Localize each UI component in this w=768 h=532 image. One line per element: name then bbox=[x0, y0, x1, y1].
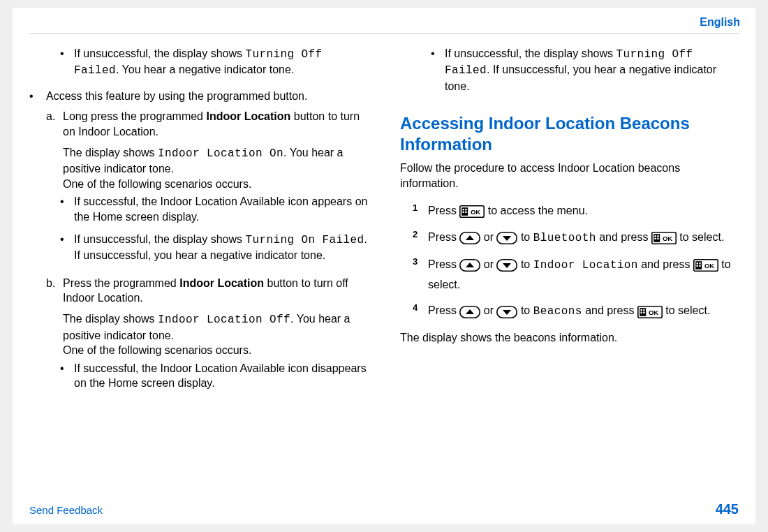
down-button-icon bbox=[496, 228, 517, 247]
down-button-icon bbox=[496, 302, 517, 321]
ok-button-icon bbox=[693, 256, 718, 274]
list-item: • If unsuccessful, the display shows Tur… bbox=[60, 46, 369, 79]
body-text: Access this feature by using the program… bbox=[46, 89, 307, 104]
body-text: Press the programmed Indoor Location but… bbox=[63, 276, 369, 306]
document-page: English • If unsuccessful, the display s… bbox=[13, 8, 755, 524]
page-number: 445 bbox=[716, 500, 739, 519]
code-text: Indoor Location On bbox=[158, 147, 283, 160]
list-item: • If unsuccessful, the display shows Tur… bbox=[431, 46, 740, 94]
ok-button-icon bbox=[651, 228, 677, 247]
bold-text: Indoor Location bbox=[206, 110, 290, 122]
code-text: Indoor Location Off bbox=[158, 313, 290, 326]
body-text: Press or to Beacons and press to select. bbox=[428, 301, 740, 321]
list-item: 4 Press or to Beacons and press to selec… bbox=[413, 301, 740, 321]
list-item: • If successful, the Indoor Location Ava… bbox=[60, 361, 369, 391]
body-text: Press or to Bluetooth and press to selec… bbox=[428, 228, 740, 248]
body-text: The display shows Indoor Location Off. Y… bbox=[63, 311, 369, 358]
step-number: 1 bbox=[413, 201, 428, 221]
list-item: 3 Press or to Indoor Location and press … bbox=[413, 255, 740, 294]
step-number: 4 bbox=[413, 301, 428, 321]
bullet-icon: • bbox=[60, 361, 74, 391]
bold-text: Indoor Location bbox=[179, 277, 264, 289]
code-text: Beacons bbox=[533, 305, 582, 318]
send-feedback-link[interactable]: Send Feedback bbox=[29, 503, 103, 517]
list-item: • If successful, the Indoor Location Ava… bbox=[60, 194, 369, 224]
content-columns: • If unsuccessful, the display shows Tur… bbox=[29, 45, 740, 398]
body-text: If successful, the Indoor Location Avail… bbox=[74, 361, 369, 391]
code-text: Indoor Location bbox=[533, 259, 638, 272]
bullet-icon: • bbox=[29, 89, 46, 104]
code-text: Turning On Failed bbox=[245, 234, 364, 246]
right-column: • If unsuccessful, the display shows Tur… bbox=[400, 45, 740, 398]
page-footer: Send Feedback 445 bbox=[29, 500, 739, 519]
list-item: 1 Press to access the menu. bbox=[413, 201, 740, 221]
alpha-label: b. bbox=[46, 276, 63, 306]
body-text: Long press the programmed Indoor Locatio… bbox=[63, 109, 369, 139]
ok-button-icon bbox=[459, 202, 485, 221]
body-text: If unsuccessful, the display shows Turni… bbox=[74, 46, 369, 79]
body-text: Press or to Indoor Location and press to… bbox=[428, 255, 740, 294]
up-button-icon bbox=[459, 302, 480, 321]
list-item: b. Press the programmed Indoor Location … bbox=[46, 276, 369, 306]
down-button-icon bbox=[496, 256, 517, 274]
list-item: • Access this feature by using the progr… bbox=[29, 89, 369, 104]
left-column: • If unsuccessful, the display shows Tur… bbox=[29, 45, 369, 398]
list-item: a. Long press the programmed Indoor Loca… bbox=[46, 109, 369, 139]
ok-button-icon bbox=[637, 302, 663, 321]
body-text: If unsuccessful, the display shows Turni… bbox=[74, 232, 369, 263]
body-text: If successful, the Indoor Location Avail… bbox=[74, 194, 369, 224]
bullet-icon: • bbox=[431, 46, 445, 94]
up-button-icon bbox=[459, 228, 480, 247]
section-heading: Accessing Indoor Location Beacons Inform… bbox=[400, 113, 740, 155]
step-number: 3 bbox=[413, 255, 428, 294]
body-text: Follow the procedure to access Indoor Lo… bbox=[400, 161, 740, 191]
bullet-icon: • bbox=[60, 46, 74, 79]
step-number: 2 bbox=[413, 228, 428, 248]
language-label: English bbox=[29, 15, 740, 30]
list-item: • If unsuccessful, the display shows Tur… bbox=[60, 232, 369, 263]
body-text: The display shows Indoor Location On. Yo… bbox=[63, 145, 369, 192]
code-text: Bluetooth bbox=[533, 232, 596, 244]
body-text: Press to access the menu. bbox=[428, 201, 740, 221]
body-text: If unsuccessful, the display shows Turni… bbox=[445, 46, 740, 94]
bullet-icon: • bbox=[60, 194, 74, 224]
list-item: 2 Press or to Bluetooth and press to sel… bbox=[413, 228, 740, 248]
alpha-label: a. bbox=[46, 109, 63, 139]
body-text: The display shows the beacons informatio… bbox=[400, 330, 740, 346]
up-button-icon bbox=[459, 256, 480, 274]
bullet-icon: • bbox=[60, 232, 74, 263]
header-rule bbox=[29, 33, 740, 34]
